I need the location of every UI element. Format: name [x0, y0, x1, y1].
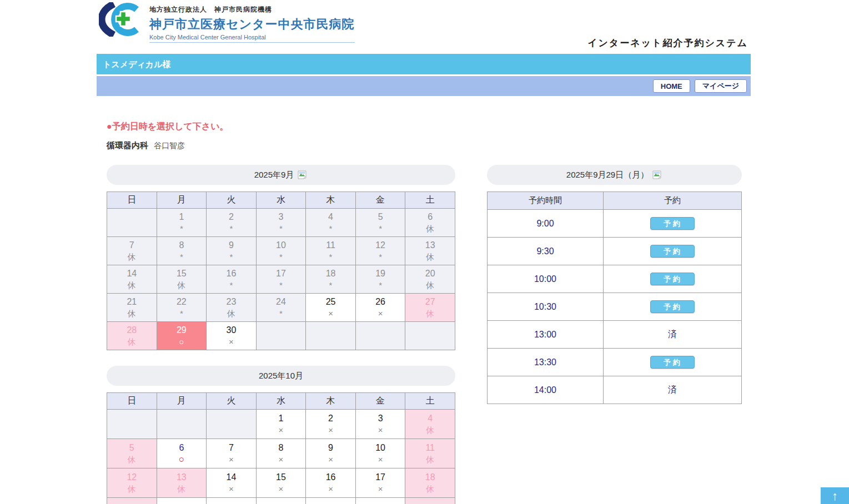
mypage-button[interactable]: マイページ [695, 79, 747, 93]
day-cell: 17× [355, 468, 405, 498]
day-number: 3 [356, 412, 405, 424]
reserve-button[interactable]: 予約 [650, 273, 695, 285]
day-cell [405, 498, 455, 504]
doctor-name: 谷口智彦 [154, 141, 185, 150]
day-cell: 14休 [107, 265, 157, 294]
day-cell: 28休 [107, 322, 157, 350]
day-number: 7 [107, 239, 157, 251]
day-cell[interactable]: 6○ [157, 439, 207, 468]
day-cell [256, 498, 306, 504]
timeslot-row: 13:30予約 [488, 349, 742, 376]
home-button[interactable]: HOME [653, 79, 690, 93]
slot-action-cell: 予約 [604, 349, 742, 376]
day-status-mark: × [257, 453, 306, 465]
scroll-to-top-button[interactable]: ↑ [821, 487, 849, 504]
hospital-name: 神戸市立医療センター中央市民病院 [149, 16, 355, 33]
day-status-mark: * [356, 251, 405, 263]
reserve-button[interactable]: 予約 [650, 300, 695, 313]
slot-time-label: 10:00 [534, 274, 556, 284]
day-number: 16 [306, 471, 355, 483]
calendar-week-row: 7休8*9*10*11*12*13休 [107, 237, 455, 265]
day-number: 15 [257, 471, 306, 483]
day-status-mark: * [157, 251, 207, 263]
user-name: トスメディカル様 [103, 59, 170, 69]
day-cell: 11* [306, 237, 356, 265]
day-status-mark: 休 [405, 453, 455, 465]
day-cell: 13休 [405, 237, 455, 265]
slot-time-label: 13:30 [534, 357, 556, 367]
day-number: 8 [157, 239, 207, 251]
day-status-mark: ○ [157, 336, 207, 347]
day-status-mark: * [306, 251, 355, 263]
day-cell: 9* [207, 237, 257, 265]
day-cell[interactable]: 29○ [157, 322, 207, 350]
day-number: 1 [257, 412, 306, 424]
day-status-mark: × [306, 483, 355, 495]
day-cell [157, 410, 207, 439]
day-number: 30 [207, 324, 256, 336]
day-status-mark: 休 [107, 336, 157, 347]
day-cell: 21休 [107, 294, 157, 322]
day-cell: 4* [306, 209, 356, 237]
day-status-mark: 休 [157, 483, 207, 495]
day-status-mark: × [257, 424, 306, 436]
day-cell: 17* [256, 265, 306, 294]
reserve-button[interactable]: 予約 [650, 356, 695, 369]
weekday-header: 水 [256, 393, 306, 410]
slot-time-label: 9:00 [536, 219, 554, 228]
calendar-week-row [107, 498, 455, 504]
selected-date-label: 2025年9月29日（月） [566, 170, 649, 180]
day-cell: 12* [355, 237, 405, 265]
day-cell [405, 322, 455, 350]
day-number: 27 [405, 296, 455, 308]
slot-time-cell: 10:30 [488, 293, 604, 321]
day-cell: 2* [207, 209, 257, 237]
day-status-mark: × [207, 453, 256, 465]
department-name: 循環器内科 [107, 140, 148, 150]
day-number: 20 [405, 268, 455, 279]
organization-name: 地方独立行政法人 神戸市民病院機構 [149, 5, 355, 14]
weekday-header: 日 [107, 393, 157, 410]
day-number: 10 [356, 442, 405, 453]
day-status-mark: 休 [405, 424, 455, 436]
weekday-header: 金 [355, 192, 405, 209]
day-cell [355, 498, 405, 504]
day-status-mark: 休 [405, 251, 455, 263]
reserve-button[interactable]: 予約 [650, 217, 695, 230]
day-status-mark: * [207, 223, 256, 234]
day-cell: 19* [355, 265, 405, 294]
slot-time-cell: 13:30 [488, 349, 604, 376]
day-number: 13 [405, 239, 455, 251]
day-number: 13 [157, 471, 207, 483]
day-number: 9 [207, 239, 256, 251]
day-status-mark: 休 [405, 279, 455, 291]
reserve-button[interactable]: 予約 [650, 245, 695, 258]
day-number: 18 [306, 268, 355, 279]
day-number: 10 [257, 239, 306, 251]
day-number: 7 [207, 442, 256, 453]
day-status-mark: × [356, 308, 405, 319]
day-number: 15 [157, 268, 207, 279]
slot-time-label: 9:30 [536, 246, 554, 256]
broken-image-icon [298, 170, 308, 179]
day-cell: 13休 [157, 468, 207, 498]
day-number: 11 [405, 442, 455, 453]
day-cell: 8× [256, 439, 306, 468]
calendar-week-row: 5休6○7×8×9×10×11休 [107, 439, 455, 468]
day-number: 11 [306, 239, 355, 251]
day-number: 26 [356, 296, 405, 308]
day-status-mark: 休 [107, 251, 157, 263]
day-number: 14 [107, 268, 157, 279]
calendar-week-row: 1*2*3*4*5*6休 [107, 209, 455, 237]
day-cell: 10* [256, 237, 306, 265]
day-cell: 11休 [405, 439, 455, 468]
day-cell: 24* [256, 294, 306, 322]
slot-time-label: 14:00 [534, 385, 556, 395]
day-number: 5 [107, 442, 157, 453]
day-cell: 2× [306, 410, 356, 439]
day-status-mark: 休 [107, 483, 157, 495]
day-number: 3 [257, 211, 306, 223]
system-title: インターネット紹介予約システム [97, 37, 748, 49]
weekday-header: 金 [355, 393, 405, 410]
day-cell: 8* [157, 237, 207, 265]
